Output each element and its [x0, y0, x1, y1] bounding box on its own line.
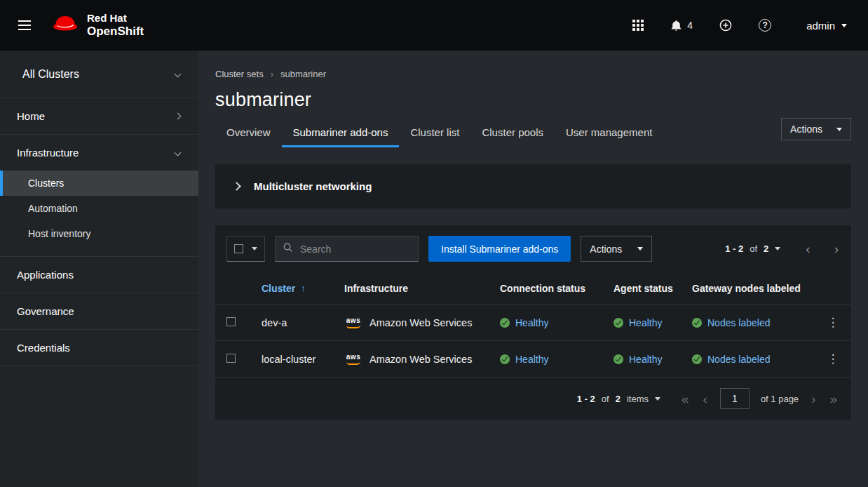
current-page-input[interactable]: [720, 388, 750, 409]
pagination-range: 1 - 2: [725, 244, 743, 254]
column-header-infrastructure: Infrastructure: [344, 283, 500, 294]
chevron-down-icon: [655, 397, 660, 401]
column-header-gateway-nodes: Gateway nodes labeled: [692, 283, 815, 294]
redhat-openshift-logo[interactable]: Red Hat OpenShift: [50, 13, 144, 38]
create-plus-circle-icon[interactable]: [717, 16, 735, 34]
search-input[interactable]: [299, 243, 411, 255]
page-tabs: Overview Submariner add-ons Cluster list…: [215, 119, 663, 147]
pagination-of-label: of: [750, 244, 757, 254]
toolbar-actions-label: Actions: [590, 244, 622, 255]
tab-submariner-add-ons[interactable]: Submariner add-ons: [282, 119, 400, 147]
connection-status-link[interactable]: Healthy: [515, 354, 548, 365]
sidebar-item-governance[interactable]: Governance: [0, 293, 198, 329]
chevron-down-icon: [637, 247, 643, 251]
aws-icon: aws: [344, 354, 362, 365]
install-submariner-button[interactable]: Install Submariner add-ons: [428, 236, 571, 262]
sidebar-nav: All Clusters Home Infrastructure Cluster…: [0, 51, 198, 487]
footer-of-label: of: [602, 394, 609, 404]
agent-status-link[interactable]: Healthy: [629, 317, 662, 328]
previous-page-button[interactable]: ‹: [702, 392, 709, 406]
pagination-summary-dropdown[interactable]: 1 - 2 of 2: [721, 243, 785, 255]
footer-pagination-summary-dropdown[interactable]: 1 - 2 of 2 items: [573, 393, 665, 405]
connection-status-link[interactable]: Healthy: [515, 317, 548, 328]
search-icon: [283, 242, 293, 255]
sidebar-subitem-label: Clusters: [28, 178, 64, 189]
gateway-nodes-link[interactable]: Nodes labeled: [707, 354, 771, 365]
page-title: submariner: [215, 89, 851, 111]
row-kebab-menu-icon[interactable]: ⋮: [822, 312, 845, 333]
multicluster-networking-expandable[interactable]: Multicluster networking: [215, 164, 851, 208]
sidebar-item-automation[interactable]: Automation: [0, 196, 198, 221]
toolbar-actions-dropdown[interactable]: Actions: [581, 236, 652, 262]
cluster-name: local-cluster: [262, 354, 344, 365]
previous-page-button[interactable]: ‹: [804, 242, 811, 255]
nav-toggle-hamburger-icon[interactable]: [10, 10, 41, 41]
cluster-name: dev-a: [262, 317, 344, 328]
column-label: Cluster: [262, 283, 295, 294]
table-footer-pagination: 1 - 2 of 2 items « ‹ of 1 page ›: [215, 378, 851, 420]
cluster-context-label: All Clusters: [22, 68, 79, 81]
submariner-addons-table: Cluster ↑ Infrastructure Connection stat…: [215, 272, 851, 378]
page-actions-dropdown[interactable]: Actions: [781, 118, 851, 140]
search-box: [275, 236, 419, 262]
column-header-cluster[interactable]: Cluster ↑: [262, 283, 344, 294]
tab-cluster-list[interactable]: Cluster list: [399, 119, 470, 147]
app-launcher-grid-icon[interactable]: [630, 17, 646, 34]
chevron-down-icon: [775, 247, 780, 251]
bulk-select-dropdown[interactable]: [226, 236, 265, 262]
check-circle-icon: [692, 354, 702, 364]
gateway-nodes-link[interactable]: Nodes labeled: [707, 317, 771, 328]
sidebar-item-home[interactable]: Home: [0, 98, 198, 134]
breadcrumb: Cluster sets › submariner: [215, 69, 851, 79]
expandable-section-title: Multicluster networking: [254, 180, 372, 192]
chevron-right-icon: [175, 113, 182, 120]
tab-content: Multicluster networking: [198, 147, 868, 487]
openshift-console: Red Hat OpenShift 4: [0, 0, 868, 487]
masthead: Red Hat OpenShift 4: [0, 0, 868, 51]
check-circle-icon: [500, 354, 510, 364]
footer-range: 1 - 2: [577, 394, 595, 404]
last-page-button[interactable]: »: [828, 392, 839, 406]
chevron-down-icon: [252, 247, 257, 251]
next-page-button[interactable]: ›: [810, 392, 817, 406]
provider-name: Amazon Web Services: [369, 317, 472, 328]
sidebar-item-applications[interactable]: Applications: [0, 257, 198, 293]
tab-overview[interactable]: Overview: [215, 119, 282, 147]
row-checkbox[interactable]: [226, 354, 236, 363]
sidebar-item-infrastructure[interactable]: Infrastructure: [0, 135, 198, 171]
sidebar-item-clusters[interactable]: Clusters: [0, 171, 198, 196]
check-circle-icon: [500, 318, 510, 328]
infrastructure-subnav: Clusters Automation Host inventory: [0, 171, 198, 256]
sidebar-subitem-label: Host inventory: [28, 228, 90, 239]
notifications-bell-icon[interactable]: 4: [667, 17, 696, 34]
breadcrumb-cluster-sets-link[interactable]: Cluster sets: [215, 69, 264, 79]
tab-cluster-pools[interactable]: Cluster pools: [470, 119, 555, 147]
masthead-toolbar: 4 ? admin: [630, 16, 851, 34]
page-header: Cluster sets › submariner submariner Ove…: [198, 51, 868, 147]
footer-total: 2: [616, 394, 621, 404]
sidebar-item-label: Home: [17, 110, 45, 122]
check-circle-icon: [613, 354, 623, 364]
help-question-icon[interactable]: ?: [756, 16, 774, 34]
page-actions-label: Actions: [790, 124, 822, 135]
row-kebab-menu-icon[interactable]: ⋮: [822, 349, 845, 369]
agent-status-link[interactable]: Healthy: [629, 354, 662, 365]
user-menu-dropdown[interactable]: admin: [802, 19, 851, 32]
first-page-button[interactable]: «: [680, 392, 691, 406]
row-checkbox[interactable]: [226, 317, 236, 326]
next-page-button[interactable]: ›: [833, 242, 840, 255]
sidebar-subitem-label: Automation: [28, 203, 78, 214]
footer-items-label: items: [627, 394, 649, 404]
sidebar-item-label: Governance: [17, 305, 74, 317]
tab-user-management[interactable]: User management: [555, 119, 663, 147]
page-of-label: of 1 page: [761, 394, 799, 404]
brand-line-2: OpenShift: [87, 25, 144, 38]
username: admin: [806, 20, 835, 32]
sidebar-item-credentials[interactable]: Credentials: [0, 330, 198, 366]
select-all-checkbox[interactable]: [234, 244, 243, 253]
pagination-total: 2: [764, 244, 768, 254]
redhat-fedora-icon: [50, 13, 80, 37]
sidebar-item-host-inventory[interactable]: Host inventory: [0, 221, 198, 246]
cluster-context-selector[interactable]: All Clusters: [0, 51, 198, 98]
sidebar-item-label: Infrastructure: [17, 147, 79, 159]
